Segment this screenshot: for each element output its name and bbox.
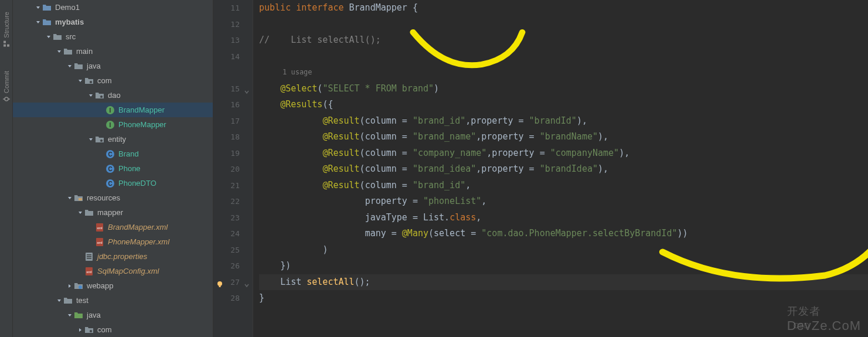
- tree-row-entity[interactable]: entity: [13, 132, 213, 147]
- svg-rect-0: [4, 45, 6, 47]
- webapp-icon: [74, 281, 83, 291]
- code-line-22[interactable]: property = "phoneList",: [259, 193, 868, 210]
- tree-label: entity: [108, 135, 126, 144]
- code-line-27[interactable]: List selectAll();: [259, 274, 868, 291]
- tree-label: Demo1: [55, 3, 80, 12]
- lightbulb-icon[interactable]: [216, 278, 224, 286]
- tree-row-com[interactable]: com: [13, 322, 213, 337]
- tree-row-mapper[interactable]: mapper: [13, 205, 213, 220]
- package-icon: [84, 325, 94, 335]
- code-line-24[interactable]: many = @Many(select = "com.dao.PhoneMapp…: [259, 226, 868, 242]
- tree-row-mybatis[interactable]: mybatis: [13, 15, 213, 29]
- code-line-11[interactable]: public interface BrandMapper {: [259, 0, 868, 16]
- code-line-16[interactable]: @Results({: [259, 97, 868, 113]
- chevron-down-icon[interactable]: [66, 311, 74, 319]
- line-number-gutter: 11121314 1516171819202122232425262728: [213, 0, 253, 337]
- tree-row-brandmapper[interactable]: IBrandMapper: [13, 103, 213, 117]
- code-line-26[interactable]: }): [259, 258, 868, 274]
- chevron-down-icon[interactable]: [87, 135, 95, 144]
- folder-gray-icon: [53, 32, 62, 42]
- chevron-down-icon[interactable]: [87, 91, 95, 100]
- code-line-13[interactable]: // List selectAll();: [259, 32, 868, 49]
- chevron-none-icon: [97, 150, 105, 158]
- svg-rect-25: [87, 254, 91, 256]
- chevron-right-icon[interactable]: [66, 282, 74, 290]
- tree-label: mapper: [97, 208, 123, 217]
- code-line-14[interactable]: [259, 49, 868, 65]
- code-line-25[interactable]: ): [259, 242, 868, 258]
- xml-icon: xml: [95, 223, 104, 232]
- structure-label: Structure: [3, 12, 10, 38]
- tree-row-brandmapper-xml[interactable]: xmlBrandMapper.xml: [13, 220, 213, 234]
- tree-label: main: [76, 47, 93, 56]
- tree-label: resources: [87, 193, 120, 202]
- tree-row-java[interactable]: java: [13, 308, 213, 322]
- tree-row-dao[interactable]: dao: [13, 88, 213, 103]
- project-tree[interactable]: Demo1mybatissrcmainjavacomdaoIBrandMappe…: [13, 0, 213, 337]
- line-number: 24: [213, 226, 253, 242]
- package-icon: [84, 76, 94, 86]
- code-line-18[interactable]: @Result(column = "brand_name",property =…: [259, 129, 868, 145]
- chevron-right-icon[interactable]: [76, 326, 84, 334]
- tree-row-brand[interactable]: CBrand: [13, 147, 213, 161]
- tree-row-com[interactable]: com: [13, 73, 213, 88]
- tree-row-phonedto[interactable]: CPhoneDTO: [13, 176, 213, 190]
- code-area[interactable]: public interface BrandMapper {// List se…: [253, 0, 868, 337]
- code-line-23[interactable]: javaType = List.class,: [259, 210, 868, 226]
- chevron-none-icon: [76, 253, 84, 261]
- folder-icon: [42, 3, 52, 12]
- code-line-21[interactable]: @Result(column = "brand_id",: [259, 178, 868, 194]
- chevron-down-icon[interactable]: [66, 62, 74, 70]
- code-line-19[interactable]: @Result(column = "company_name",property…: [259, 145, 868, 162]
- code-line-28[interactable]: }: [259, 290, 868, 307]
- line-number: 12: [213, 16, 253, 33]
- fold-icon[interactable]: [243, 278, 250, 285]
- commit-tab[interactable]: Commit: [3, 71, 10, 103]
- code-line-12[interactable]: [259, 16, 868, 33]
- chevron-down-icon[interactable]: [34, 18, 42, 26]
- svg-text:xml: xml: [97, 226, 102, 230]
- line-number: 21: [213, 178, 253, 194]
- tree-row-java[interactable]: java: [13, 59, 213, 73]
- tree-row-phone[interactable]: CPhone: [13, 161, 213, 176]
- chevron-down-icon[interactable]: [66, 194, 74, 202]
- code-line-15[interactable]: @Select("SELECT * FROM brand"): [259, 81, 868, 97]
- tree-row-webapp[interactable]: webapp: [13, 278, 213, 293]
- chevron-none-icon: [97, 121, 105, 129]
- tree-row-phonemapper-xml[interactable]: xmlPhoneMapper.xml: [13, 234, 213, 249]
- chevron-down-icon[interactable]: [45, 33, 53, 41]
- code-line-20[interactable]: @Result(column = "brand_idea",property =…: [259, 161, 868, 178]
- tree-row-test[interactable]: test: [13, 293, 213, 308]
- watermark: 开发者 DevZe.CoM: [787, 303, 861, 333]
- tree-row-src[interactable]: src: [13, 29, 213, 44]
- usage-hint[interactable]: 1 usage: [259, 64, 868, 81]
- tree-label: mybatis: [55, 18, 84, 26]
- line-number: 27: [213, 274, 253, 291]
- line-number: 20: [213, 161, 253, 178]
- tree-label: jdbc.properties: [97, 252, 147, 261]
- chevron-down-icon[interactable]: [34, 4, 42, 12]
- svg-text:I: I: [110, 107, 111, 114]
- tree-row-resources[interactable]: resources: [13, 190, 213, 205]
- tree-row-phonemapper[interactable]: IPhoneMapper: [13, 117, 213, 132]
- tree-row-demo1[interactable]: Demo1: [13, 0, 213, 15]
- chevron-down-icon[interactable]: [76, 209, 84, 217]
- tree-row-main[interactable]: main: [13, 44, 213, 59]
- line-number: 23: [213, 210, 253, 226]
- tree-row-jdbc-properties[interactable]: jdbc.properties: [13, 249, 213, 264]
- line-number: 16: [213, 97, 253, 113]
- tree-label: Phone: [118, 164, 141, 173]
- editor[interactable]: 11121314 1516171819202122232425262728 pu…: [213, 0, 868, 337]
- tree-label: SqlMapConfig.xml: [97, 267, 159, 275]
- code-line-17[interactable]: @Result(column = "brand_id",property = "…: [259, 113, 868, 130]
- svg-text:C: C: [108, 166, 112, 172]
- line-number: 19: [213, 145, 253, 162]
- chevron-none-icon: [87, 223, 95, 232]
- chevron-down-icon[interactable]: [55, 47, 63, 56]
- tree-row-sqlmapconfig-xml[interactable]: xmlSqlMapConfig.xml: [13, 264, 213, 278]
- line-number: 28: [213, 290, 253, 307]
- chevron-down-icon[interactable]: [76, 77, 84, 85]
- chevron-down-icon[interactable]: [55, 297, 63, 305]
- structure-tab[interactable]: Structure: [3, 12, 10, 47]
- fold-icon[interactable]: [243, 85, 250, 92]
